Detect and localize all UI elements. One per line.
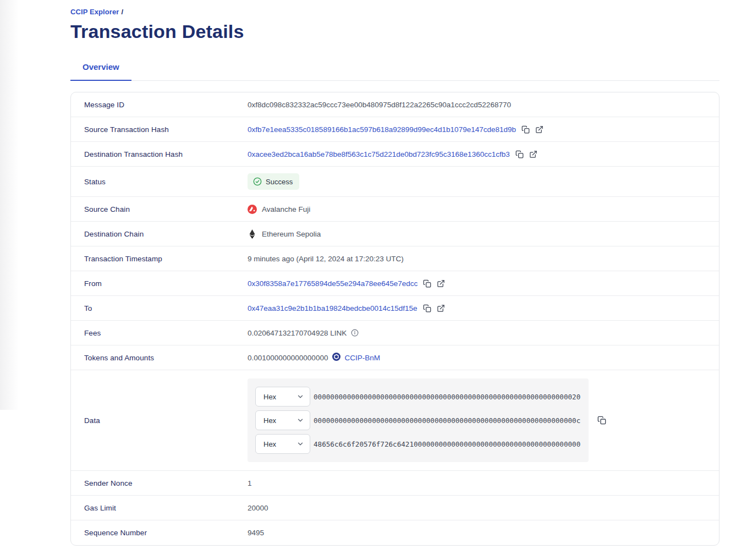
- breadcrumb: CCIP Explorer/: [70, 8, 719, 16]
- data-line: Hex 48656c6c6f20576f726c6421000000000000…: [255, 434, 581, 454]
- destination-tx-hash-link[interactable]: 0xacee3ed2bca16ab5e78be8f563c1c75d221de0…: [248, 150, 510, 158]
- data-line: Hex 000000000000000000000000000000000000…: [255, 410, 581, 430]
- row-sequence-number: Sequence Number 9495: [71, 520, 719, 545]
- row-status: Status Success: [71, 167, 719, 197]
- row-label: Destination Chain: [71, 223, 248, 245]
- row-label: Fees: [71, 322, 248, 344]
- hex-line-1: 0000000000000000000000000000000000000000…: [314, 393, 580, 401]
- format-select[interactable]: Hex: [255, 410, 310, 430]
- row-gas-limit: Gas Limit 20000: [71, 496, 719, 520]
- row-label: Gas Limit: [71, 497, 248, 519]
- row-label: Status: [71, 171, 248, 193]
- row-from: From 0x30f8358a7e17765894de55e294a78ee64…: [71, 271, 719, 296]
- message-id-value: 0xf8dc098c832332ac59ccc73ee00b480975d8f1…: [248, 94, 719, 116]
- status-badge: Success: [248, 173, 299, 190]
- format-select-value: Hex: [263, 393, 276, 401]
- row-label: Source Chain: [71, 199, 248, 220]
- row-label: Message ID: [71, 94, 248, 116]
- external-link-icon[interactable]: [535, 125, 543, 134]
- token-link-ccip-bnm[interactable]: CCIP-BnM: [344, 354, 380, 362]
- breadcrumb-link-ccip-explorer[interactable]: CCIP Explorer: [70, 8, 119, 16]
- data-hex-box: Hex 000000000000000000000000000000000000…: [248, 378, 589, 462]
- gas-limit-value: 20000: [248, 497, 719, 519]
- token-amount: 0.001000000000000000: [248, 354, 328, 362]
- left-edge-shadow: [0, 0, 19, 410]
- chevron-down-icon: [296, 440, 304, 448]
- external-link-icon[interactable]: [437, 279, 445, 288]
- data-line: Hex 000000000000000000000000000000000000…: [255, 387, 581, 407]
- row-label: To: [71, 298, 248, 319]
- hex-line-3: 48656c6c6f20576f726c64210000000000000000…: [314, 440, 580, 448]
- row-to: To 0x47eaa31c9e2b1b1ba19824bedcbe0014c15…: [71, 296, 719, 321]
- row-label: From: [71, 273, 248, 294]
- destination-chain-name: Ethereum Sepolia: [262, 230, 321, 238]
- breadcrumb-separator: /: [121, 8, 123, 16]
- ccip-bnm-token-icon: [332, 353, 340, 363]
- sender-nonce-value: 1: [248, 473, 719, 494]
- row-label: Transaction Timestamp: [71, 248, 248, 270]
- row-source-chain: Source Chain Avalanche Fuji: [71, 197, 719, 222]
- main-content: CCIP Explorer/ Transaction Details Overv…: [70, 0, 719, 546]
- copy-icon[interactable]: [597, 416, 606, 425]
- timestamp-value: 9 minutes ago (April 12, 2024 at 17:20:2…: [248, 248, 719, 270]
- source-tx-hash-link[interactable]: 0xfb7e1eea5335c018589166b1ac597b618a9289…: [248, 125, 516, 134]
- row-source-tx-hash: Source Transaction Hash 0xfb7e1eea5335c0…: [71, 117, 719, 142]
- format-select[interactable]: Hex: [255, 434, 310, 454]
- row-fees: Fees 0.020647132170704928 LINK: [71, 321, 719, 345]
- chevron-down-icon: [296, 416, 304, 424]
- row-destination-chain: Destination Chain Ethereum Sepolia: [71, 222, 719, 246]
- transaction-details-card: Message ID 0xf8dc098c832332ac59ccc73ee00…: [70, 92, 719, 546]
- info-icon[interactable]: [351, 329, 359, 337]
- row-label: Data: [71, 410, 248, 431]
- to-address-link[interactable]: 0x47eaa31c9e2b1b1ba19824bedcbe0014c15df1…: [248, 304, 418, 312]
- fees-value: 0.020647132170704928 LINK: [248, 329, 347, 337]
- row-label: Sender Nonce: [71, 473, 248, 494]
- row-sender-nonce: Sender Nonce 1: [71, 471, 719, 496]
- tab-bar: Overview: [70, 62, 719, 81]
- sequence-number-value: 9495: [248, 522, 719, 543]
- format-select[interactable]: Hex: [255, 387, 310, 407]
- chevron-down-icon: [296, 393, 304, 400]
- source-chain-name: Avalanche Fuji: [262, 205, 310, 213]
- page-title: Transaction Details: [70, 21, 719, 42]
- from-address-link[interactable]: 0x30f8358a7e17765894de55e294a78ee645e7ed…: [248, 279, 418, 288]
- row-destination-tx-hash: Destination Transaction Hash 0xacee3ed2b…: [71, 142, 719, 167]
- ethereum-sepolia-icon: [248, 229, 257, 239]
- copy-icon[interactable]: [521, 125, 530, 134]
- row-transaction-timestamp: Transaction Timestamp 9 minutes ago (Apr…: [71, 246, 719, 271]
- format-select-value: Hex: [263, 440, 276, 448]
- check-circle-icon: [253, 177, 262, 186]
- external-link-icon[interactable]: [529, 150, 537, 158]
- copy-icon[interactable]: [423, 304, 431, 312]
- format-select-value: Hex: [263, 416, 276, 425]
- row-label: Tokens and Amounts: [71, 347, 248, 369]
- row-label: Source Transaction Hash: [71, 119, 248, 140]
- external-link-icon[interactable]: [437, 304, 445, 312]
- copy-icon[interactable]: [515, 150, 524, 158]
- row-data: Data Hex 0000000000000000000000000000000…: [71, 370, 719, 471]
- row-message-id: Message ID 0xf8dc098c832332ac59ccc73ee00…: [71, 92, 719, 117]
- tab-overview[interactable]: Overview: [70, 62, 131, 81]
- copy-icon[interactable]: [423, 279, 431, 288]
- hex-line-2: 0000000000000000000000000000000000000000…: [314, 416, 580, 425]
- row-label: Destination Transaction Hash: [71, 144, 248, 165]
- row-tokens-and-amounts: Tokens and Amounts 0.001000000000000000 …: [71, 345, 719, 370]
- row-label: Sequence Number: [71, 522, 248, 543]
- status-text: Success: [266, 178, 293, 186]
- avalanche-fuji-icon: [248, 205, 257, 214]
